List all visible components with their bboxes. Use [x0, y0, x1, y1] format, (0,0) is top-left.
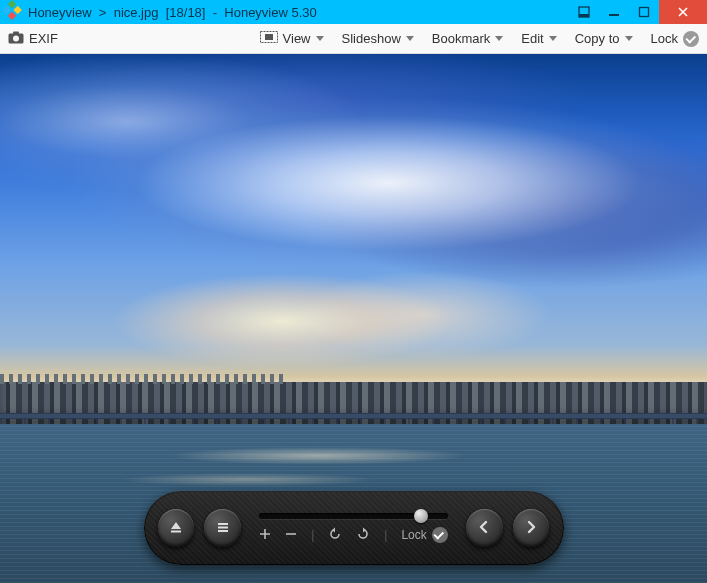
svg-point-6 [13, 35, 19, 41]
minimize-button[interactable] [599, 0, 629, 24]
minus-icon [285, 528, 297, 543]
edit-menu[interactable]: Edit [521, 31, 556, 46]
slider-thumb[interactable] [414, 509, 428, 523]
maximize-button[interactable] [629, 0, 659, 24]
prev-button[interactable] [466, 509, 503, 547]
zoom-slider[interactable] [259, 513, 448, 519]
lock-toggle[interactable]: Lock [651, 31, 699, 47]
separator: | [311, 528, 314, 542]
svg-rect-3 [640, 8, 649, 17]
camera-icon [8, 31, 24, 47]
chevron-down-icon [549, 36, 557, 41]
check-circle-icon [432, 527, 448, 543]
image-content [0, 54, 707, 361]
edit-label: Edit [521, 31, 543, 46]
exif-label: EXIF [29, 31, 58, 46]
chevron-left-icon [476, 519, 492, 538]
control-bar: | | Lock [144, 491, 564, 565]
copyto-label: Copy to [575, 31, 620, 46]
title-file: nice.jpg [114, 5, 159, 20]
fit-screen-icon [260, 31, 278, 46]
title-sep: > [99, 5, 107, 20]
svg-rect-11 [218, 526, 228, 528]
chevron-down-icon [495, 36, 503, 41]
chevron-down-icon [625, 36, 633, 41]
copy-to-menu[interactable]: Copy to [575, 31, 633, 46]
chevron-right-icon [523, 519, 539, 538]
view-label: View [283, 31, 311, 46]
exif-button[interactable]: EXIF [8, 31, 58, 47]
rotate-right-icon [356, 527, 370, 544]
zoom-out-button[interactable] [285, 528, 297, 543]
player-lock-toggle[interactable]: Lock [401, 527, 447, 543]
svg-rect-5 [13, 31, 19, 34]
plus-icon [259, 528, 271, 543]
app-icon [5, 3, 23, 21]
separator: | [384, 528, 387, 542]
window-controls [569, 0, 707, 24]
rotate-left-button[interactable] [328, 527, 342, 544]
zoom-in-button[interactable] [259, 528, 271, 543]
toolbar: EXIF View Slideshow Bookmark Edit [0, 24, 707, 54]
svg-rect-12 [218, 530, 228, 532]
player-lock-label: Lock [401, 528, 426, 542]
window-title: Honeyview > nice.jpg [18/18] - Honeyview… [28, 5, 569, 20]
rotate-right-button[interactable] [356, 527, 370, 544]
player-center: | | Lock [251, 513, 456, 544]
svg-rect-10 [218, 523, 228, 525]
chevron-down-icon [316, 36, 324, 41]
bookmark-menu[interactable]: Bookmark [432, 31, 504, 46]
title-bar[interactable]: Honeyview > nice.jpg [18/18] - Honeyview… [0, 0, 707, 24]
title-index: [18/18] [166, 5, 206, 20]
next-button[interactable] [513, 509, 550, 547]
eject-icon [168, 519, 184, 538]
close-button[interactable] [659, 0, 707, 24]
title-dash: - [213, 5, 217, 20]
rotate-left-icon [328, 527, 342, 544]
chevron-down-icon [406, 36, 414, 41]
image-viewport[interactable]: | | Lock [0, 54, 707, 583]
minimize-to-tray-button[interactable] [569, 0, 599, 24]
eject-button[interactable] [158, 509, 195, 547]
svg-rect-2 [609, 14, 619, 16]
menu-icon [215, 519, 231, 538]
lock-label: Lock [651, 31, 678, 46]
svg-rect-9 [171, 530, 181, 532]
slideshow-label: Slideshow [342, 31, 401, 46]
svg-rect-8 [265, 34, 273, 40]
menu-button[interactable] [204, 509, 241, 547]
title-appver: Honeyview 5.30 [224, 5, 317, 20]
slideshow-menu[interactable]: Slideshow [342, 31, 414, 46]
title-app: Honeyview [28, 5, 92, 20]
check-circle-icon [683, 31, 699, 47]
app-window: Honeyview > nice.jpg [18/18] - Honeyview… [0, 0, 707, 583]
bookmark-label: Bookmark [432, 31, 491, 46]
view-menu[interactable]: View [260, 31, 324, 46]
svg-rect-1 [579, 14, 589, 17]
